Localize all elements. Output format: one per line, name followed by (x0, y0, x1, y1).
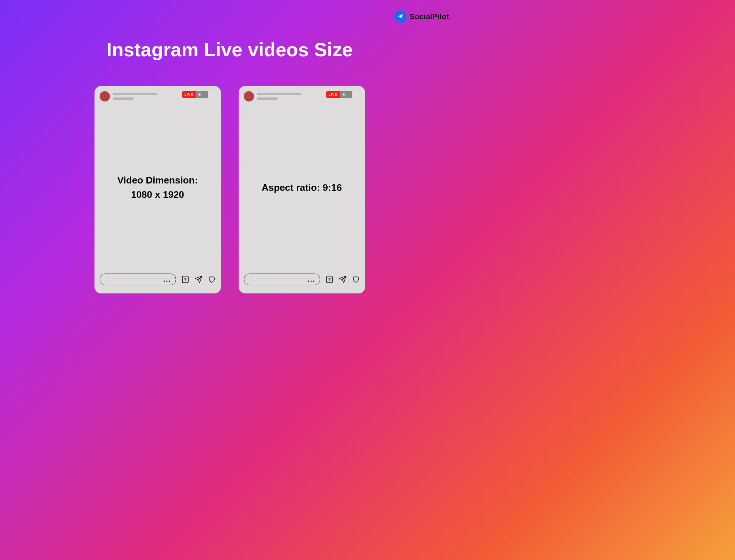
question-icon: ? (325, 275, 333, 283)
cards-row: LIVE ✕ Video Dimension: 1080 x 1920 ... (0, 86, 459, 293)
phone-body: Video Dimension: 1080 x 1920 (100, 101, 216, 274)
phone-header: LIVE ✕ (244, 91, 360, 101)
aspect-ratio-label: Aspect ratio: 9:16 (261, 182, 342, 193)
phone-header: LIVE ✕ (100, 91, 216, 101)
send-icon (195, 275, 203, 283)
dimension-label: Video Dimension: (117, 175, 198, 186)
ellipsis-icon: ... (163, 276, 171, 283)
svg-point-0 (199, 94, 200, 95)
svg-point-4 (343, 94, 344, 95)
comment-input: ... (244, 274, 320, 285)
heart-icon (352, 275, 360, 283)
phone-mock-dimension: LIVE ✕ Video Dimension: 1080 x 1920 ... (94, 86, 221, 293)
heart-icon (208, 275, 216, 283)
eye-icon (198, 93, 201, 96)
paper-plane-icon (394, 10, 407, 23)
header-right: LIVE ✕ (182, 91, 215, 98)
username-skeleton (113, 91, 179, 100)
username-skeleton (257, 91, 324, 100)
eye-icon (342, 93, 346, 96)
header-right: LIVE ✕ (326, 91, 360, 98)
comment-input: ... (100, 274, 176, 285)
live-badge: LIVE (326, 91, 339, 98)
svg-text:?: ? (328, 277, 331, 282)
phone-footer: ... ? (100, 274, 216, 289)
phone-mock-aspect: LIVE ✕ Aspect ratio: 9:16 ... (239, 86, 365, 293)
infographic-canvas: SocialPilot Instagram Live videos Size L… (0, 0, 459, 350)
live-badge: LIVE (182, 91, 195, 98)
phone-footer: ... ? (244, 274, 360, 289)
viewer-count-badge (196, 91, 208, 98)
avatar (244, 91, 254, 101)
close-icon: ✕ (210, 91, 216, 98)
brand-name: SocialPilot (410, 12, 449, 21)
avatar (100, 91, 110, 101)
svg-text:?: ? (184, 277, 186, 282)
phone-body: Aspect ratio: 9:16 (244, 101, 360, 274)
send-icon (339, 275, 347, 283)
brand-logo: SocialPilot (394, 10, 449, 23)
close-icon: ✕ (354, 91, 360, 98)
ellipsis-icon: ... (307, 276, 315, 283)
viewer-count-badge (340, 91, 352, 98)
page-title: Instagram Live videos Size (0, 39, 459, 61)
dimension-value: 1080 x 1920 (131, 189, 184, 200)
question-icon: ? (181, 275, 189, 283)
